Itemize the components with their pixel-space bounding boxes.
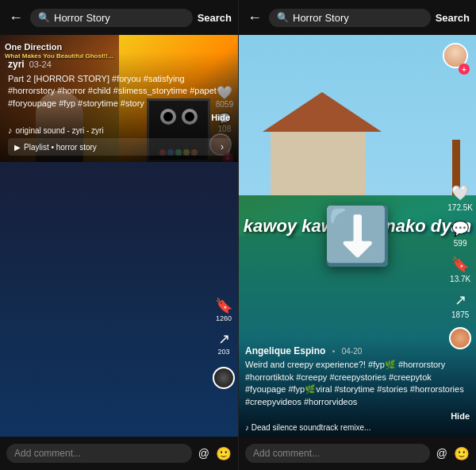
right-emoji-icon[interactable]: 🙂 — [454, 446, 470, 461]
left-video-area[interactable]: One Direction What Makes You Beautiful G… — [0, 35, 238, 437]
playlist-label: Playlist • horror story — [24, 143, 97, 152]
right-comment-bar: Add comment... @ 🙂 — [239, 437, 476, 470]
right-search-button[interactable]: Search — [436, 12, 470, 24]
left-playlist-left: ▶ Playlist • horror story — [14, 143, 97, 152]
left-playlist-row[interactable]: ▶ Playlist • horror story › — [8, 138, 230, 156]
left-search-bar: ← 🔍 Horror Story Search — [0, 0, 238, 35]
playlist-chevron-icon: › — [221, 141, 224, 152]
left-username: zyri — [8, 59, 25, 70]
right-action-column: 🤍 172.5K 💬 599 🔖 13.7K ↗ 1875 — [447, 184, 473, 349]
left-note-icon: ♪ — [8, 125, 13, 135]
right-comment-count: 599 — [454, 239, 467, 248]
right-comment-action[interactable]: 💬 599 — [451, 220, 469, 248]
house-building — [271, 132, 366, 195]
left-at-icon[interactable]: @ — [198, 447, 209, 460]
right-user-info: Angelique Espino • 04-20 Weird and creep… — [239, 338, 476, 437]
right-date: 04-20 — [342, 347, 363, 356]
right-phone-panel: ← 🔍 Horror Story Search ⬇️ kawoy kawoy p… — [238, 0, 476, 470]
left-comment-input[interactable]: Add comment... — [6, 444, 192, 463]
right-sound-row: ♪ Dead silence soundtrack remixe... — [245, 423, 470, 432]
right-comment-icon: 💬 — [451, 220, 469, 237]
left-search-icon: 🔍 — [38, 12, 50, 23]
right-album-art — [449, 327, 471, 349]
bookmark-count: 1260 — [216, 314, 232, 322]
playlist-icon: ▶ — [14, 143, 21, 152]
left-user-info: zyri 03-24 Part 2 [HORROR STORY] #foryou… — [0, 52, 238, 162]
right-bookmark-count: 13.7K — [450, 275, 470, 283]
left-phone-panel: ← 🔍 Horror Story Search One Direction Wh… — [0, 0, 238, 470]
right-like-action[interactable]: 🤍 172.5K — [447, 184, 473, 212]
left-emoji-icon[interactable]: 🙂 — [216, 446, 232, 461]
left-caption: Part 2 [HORROR STORY] #foryou #satisfyin… — [8, 73, 230, 110]
right-user-row: Angelique Espino • 04-20 — [245, 343, 470, 357]
right-like-count: 172.5K — [447, 203, 473, 212]
left-sound-row: ♪ original sound - zyri - zyri — [8, 125, 230, 135]
left-hide-button[interactable]: Hide — [211, 113, 230, 122]
bookmark-icon: 🔖 — [215, 297, 232, 314]
right-hide-button[interactable]: Hide — [451, 411, 470, 421]
right-comment-input[interactable]: Add comment... — [245, 444, 430, 463]
share-icon: ↗ — [218, 330, 230, 348]
right-share-icon: ↗ — [455, 291, 466, 309]
right-video-area[interactable]: ⬇️ kawoy kawoy pa nako dyan + 🤍 172.5K 💬… — [239, 35, 476, 437]
left-date: 03-24 — [29, 60, 52, 69]
left-back-button[interactable]: ← — [6, 10, 25, 26]
right-follow-button[interactable]: + — [459, 64, 470, 75]
left-share-action[interactable]: ↗ 203 — [217, 330, 229, 356]
right-search-query: Horror Story — [293, 12, 349, 24]
left-search-button[interactable]: Search — [198, 12, 232, 24]
right-search-bar: ← 🔍 Horror Story Search — [239, 0, 476, 35]
right-share-action[interactable]: ↗ 1875 — [451, 291, 469, 319]
left-comment-bar: Add comment... @ 🙂 — [0, 437, 238, 470]
right-share-count: 1875 — [451, 310, 469, 319]
left-search-box[interactable]: 🔍 Horror Story — [30, 9, 193, 27]
left-sound-text: original sound - zyri - zyri — [16, 126, 104, 135]
right-video-bg: ⬇️ kawoy kawoy pa nako dyan + 🤍 172.5K 💬… — [239, 35, 476, 437]
download-arrow-icon: ⬇️ — [323, 203, 392, 268]
right-search-box[interactable]: 🔍 Horror Story — [269, 9, 431, 27]
right-dot: • — [332, 347, 336, 356]
right-username: Angelique Espino — [245, 345, 325, 356]
left-search-query: Horror Story — [54, 12, 110, 24]
right-at-icon[interactable]: @ — [436, 447, 447, 460]
right-search-icon: 🔍 — [277, 12, 289, 23]
right-heart-icon: 🤍 — [451, 184, 469, 202]
house-roof — [263, 92, 382, 132]
left-action-column: 🔖 1260 ↗ 203 — [213, 297, 235, 389]
house-scene — [239, 35, 476, 195]
left-bookmark-action[interactable]: 🔖 1260 — [215, 297, 232, 322]
left-hide-row: Hide — [8, 113, 230, 122]
album-art — [213, 367, 235, 389]
right-back-button[interactable]: ← — [245, 10, 264, 26]
share-count: 203 — [217, 348, 229, 356]
right-hide-row: Hide — [245, 411, 470, 421]
right-caption: Weird and creepy experience?! #fyp🌿 #hor… — [245, 359, 470, 408]
left-user-row: zyri 03-24 — [8, 59, 230, 70]
right-bookmark-action[interactable]: 🔖 13.7K — [450, 256, 470, 283]
right-bookmark-icon: 🔖 — [451, 256, 469, 273]
